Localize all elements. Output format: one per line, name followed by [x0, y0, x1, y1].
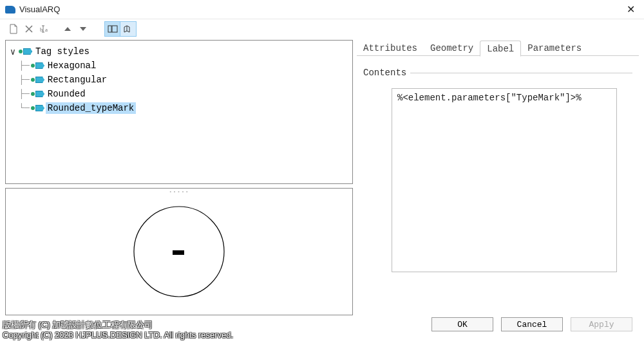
tab-geometry[interactable]: Geometry — [424, 41, 480, 56]
svg-rect-5 — [173, 250, 184, 255]
tree-item-rounded-typemark[interactable]: └─ Rounded_typeMark — [8, 101, 350, 115]
splitter-grip-icon[interactable]: • • • • • — [169, 189, 188, 194]
apply-button: Apply — [571, 317, 632, 331]
tag-icon — [31, 91, 44, 97]
tab-bar: Attributes Geometry Label Parameters — [357, 40, 639, 56]
titlebar: VisualARQ ✕ — [0, 0, 644, 19]
tag-icon — [31, 105, 44, 111]
preview-graphic — [128, 200, 231, 303]
cancel-button[interactable]: Cancel — [501, 317, 563, 331]
tree-root-label: Tag styles — [33, 46, 91, 57]
tree-root[interactable]: ∨ Tag styles — [8, 44, 350, 59]
view-2d-icon[interactable] — [105, 22, 120, 36]
svg-text:b: b — [40, 26, 43, 33]
dialog-buttons: OK Cancel Apply — [431, 317, 632, 331]
window-title: VisualARQ — [19, 5, 60, 14]
tree-item-hexagonal[interactable]: ├─ Hexagonal — [8, 59, 350, 73]
view-mode-group — [104, 21, 137, 37]
tree-item-label: Rounded — [46, 88, 88, 100]
delete-icon[interactable] — [22, 22, 36, 36]
tree-item-label: Hexagonal — [46, 60, 99, 71]
tab-body: Contents — [357, 55, 639, 281]
ok-button[interactable]: OK — [431, 317, 493, 331]
tab-parameters[interactable]: Parameters — [521, 41, 588, 56]
caret-down-icon[interactable]: ∨ — [8, 46, 17, 57]
tag-folder-icon — [19, 48, 32, 55]
svg-rect-3 — [112, 26, 117, 32]
tree-item-label: Rectangular — [46, 74, 109, 86]
tab-attributes[interactable]: Attributes — [357, 41, 424, 56]
contents-title: Contents — [363, 68, 406, 78]
tree-panel[interactable]: ∨ Tag styles ├─ Hexagonal ├─ Rectangular… — [5, 40, 353, 184]
move-up-icon[interactable] — [61, 22, 75, 36]
contents-fieldset: Contents — [363, 68, 632, 78]
rename-icon[interactable]: ab — [37, 22, 52, 36]
tag-icon — [31, 62, 44, 69]
tag-icon — [31, 77, 44, 83]
new-icon[interactable] — [6, 22, 21, 36]
tree-item-rounded[interactable]: ├─ Rounded — [8, 87, 350, 101]
svg-rect-2 — [108, 26, 111, 32]
footer-line2: Copyright (C) 2023 HJPLUS.DESIGN LTD. Al… — [3, 330, 641, 340]
tree-item-rectangular[interactable]: ├─ Rectangular — [8, 73, 350, 87]
contents-input[interactable] — [392, 88, 617, 272]
move-down-icon[interactable] — [76, 22, 90, 36]
tree-item-label: Rounded_typeMark — [46, 102, 136, 114]
toolbar: ab — [0, 19, 644, 39]
app-icon — [5, 6, 15, 14]
tab-label[interactable]: Label — [480, 41, 521, 57]
svg-text:a: a — [45, 26, 48, 33]
close-icon[interactable]: ✕ — [623, 2, 639, 17]
view-3d-icon[interactable] — [120, 22, 136, 36]
preview-panel: • • • • • — [5, 188, 353, 315]
